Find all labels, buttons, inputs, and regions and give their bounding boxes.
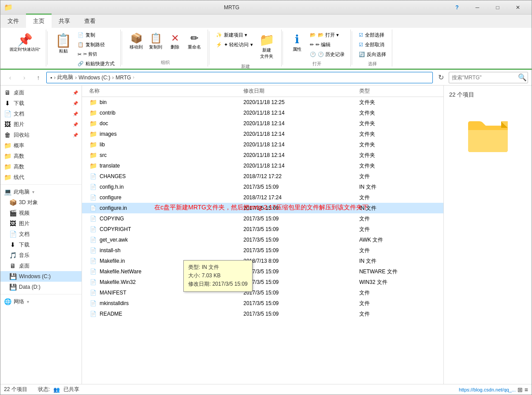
paste-shortcut-button[interactable]: 🔗 粘贴快捷方式 — [75, 59, 117, 68]
sidebar-item-pictures[interactable]: 🖼 图片 📌 — [0, 119, 82, 130]
close-button[interactable]: ✕ — [508, 0, 528, 15]
history-label: 🕐 历史记录 — [318, 51, 345, 58]
easy-access-button[interactable]: ⚡ ✦ 轻松访问 ▾ — [214, 40, 255, 49]
properties-button[interactable]: ℹ 属性 — [287, 30, 307, 55]
breadcrumb-dropdown-icon[interactable]: › — [133, 75, 134, 80]
breadcrumb-c-drive[interactable]: Windows (C:) — [78, 75, 110, 81]
sidebar-item-documents[interactable]: 📄 文档 📌 — [0, 108, 82, 119]
file-row[interactable]: 📄COPYING2017/3/5 15:09文件 — [82, 213, 443, 224]
file-row[interactable]: 📁contrib2020/11/18 12:14文件夹 — [82, 108, 443, 118]
copy-to-icon: 📋 — [150, 33, 162, 44]
col-header-name[interactable]: 名称 — [89, 87, 243, 95]
sidebar-item-gaoshu2[interactable]: 📁 高数 — [0, 161, 82, 172]
pin-indicator-dl: 📌 — [73, 101, 78, 106]
file-date: 2020/11/18 12:14 — [243, 110, 359, 116]
sidebar-item-desk[interactable]: 🖥 桌面 — [0, 261, 82, 271]
search-icon[interactable]: 🔍 — [518, 73, 527, 82]
file-row[interactable]: 📄configure.in2017/3/5 15:09IN 文件 — [82, 203, 443, 213]
maximize-button[interactable]: □ — [487, 0, 508, 15]
file-row[interactable]: 📄MANIFEST2017/3/5 15:09文件 — [82, 287, 443, 298]
invert-selection-button[interactable]: 🔄 反向选择 — [357, 50, 388, 59]
copy-path-button[interactable]: 📋 复制路径 — [75, 40, 117, 49]
cut-button[interactable]: ✂ ✂ 剪切 — [75, 50, 117, 59]
sidebar-item-desktop[interactable]: 🖥 桌面 📌 — [0, 87, 82, 98]
file-row[interactable]: 📄CHANGES2018/7/12 17:22文件 — [82, 171, 443, 182]
tab-home[interactable]: 主页 — [26, 14, 52, 28]
copy-button[interactable]: 📄 复制 — [75, 30, 117, 40]
file-row[interactable]: 📁images2020/11/18 12:14文件夹 — [82, 129, 443, 139]
file-row[interactable]: 📄Makefile.in2018/7/13 8:09IN 文件 — [82, 256, 443, 266]
search-box[interactable]: 🔍 — [449, 72, 528, 83]
file-row-icon: 📄 — [89, 268, 97, 276]
paste-button[interactable]: 📋 粘贴 — [52, 30, 74, 56]
refresh-button[interactable]: ↻ — [435, 71, 447, 84]
title-bar-icons: 📁 — [4, 3, 13, 11]
tab-share[interactable]: 共享 — [52, 15, 77, 28]
sidebar-item-3d[interactable]: 📦 3D 对象 — [0, 197, 82, 208]
select-all-button[interactable]: ☑ 全部选择 — [357, 30, 388, 40]
file-row[interactable]: 📄Makefile.NetWare2017/3/5 15:09NETWARE 文… — [82, 266, 443, 277]
sidebar-item-prob[interactable]: 📁 概率 — [0, 140, 82, 151]
file-row[interactable]: 📄get_ver.awk2017/3/5 15:09AWK 文件 — [82, 235, 443, 245]
sidebar-item-xiandai[interactable]: 📁 线代 — [0, 172, 82, 183]
tab-view[interactable]: 查看 — [77, 15, 103, 28]
tab-file[interactable]: 文件 — [0, 15, 26, 28]
folder-icon-xd: 📁 — [4, 174, 11, 181]
file-row[interactable]: 📄install-sh2017/3/5 15:09文件 — [82, 245, 443, 256]
file-type: 文件夹 — [359, 109, 436, 117]
open-button[interactable]: 📂 📂 打开 ▾ — [308, 30, 347, 40]
dl-icon: ⬇ — [9, 241, 16, 248]
pin-label: 固定到"快速访问" — [10, 47, 40, 52]
file-row[interactable]: 📄configure2018/7/12 17:24文件 — [82, 192, 443, 203]
file-row[interactable]: 📁src2020/11/18 12:14文件夹 — [82, 150, 443, 160]
view-icons[interactable]: ⊞ ≡ — [517, 386, 528, 393]
help-button[interactable]: ? — [447, 0, 467, 15]
sidebar-item-dl[interactable]: ⬇ 下载 — [0, 239, 82, 250]
minimize-button[interactable]: ─ — [467, 0, 487, 15]
rename-button[interactable]: ✏ 重命名 — [185, 30, 204, 52]
sidebar-item-gaoshu1[interactable]: 📁 高数 — [0, 151, 82, 161]
file-row[interactable]: 📄Makefile.Win322017/3/5 15:09WIN32 文件 — [82, 277, 443, 287]
back-button[interactable]: ‹ — [4, 71, 16, 84]
sidebar-item-video[interactable]: 🎬 视频 — [0, 208, 82, 218]
move-to-button[interactable]: 📦 移动到 — [126, 30, 146, 52]
search-input[interactable] — [452, 75, 518, 81]
sidebar-item-c-drive[interactable]: 💾 Windows (C:) — [0, 271, 82, 282]
delete-button[interactable]: ✕ 删除 — [165, 30, 185, 52]
history-button[interactable]: 🕐 🕐 历史记录 — [308, 50, 347, 59]
new-folder-button[interactable]: 📁 新建 文件夹 — [256, 30, 278, 62]
col-header-date[interactable]: 修改日期 — [243, 87, 359, 95]
pin-button[interactable]: 📌 固定到"快速访问" — [7, 30, 42, 54]
sidebar-item-downloads[interactable]: ⬇ 下载 📌 — [0, 98, 82, 108]
breadcrumb[interactable]: ▪ › 此电脑 › Windows (C:) › MRTG › — [46, 72, 433, 83]
sidebar-item-d-drive[interactable]: 💾 Data (D:) — [0, 282, 82, 292]
breadcrumb-this-pc[interactable]: 此电脑 — [57, 74, 73, 81]
file-row[interactable]: 📄README2017/3/5 15:09文件 — [82, 309, 443, 319]
file-row[interactable]: 📄mkinstalldirs2017/3/5 15:09文件 — [82, 298, 443, 309]
address-bar: ‹ › ↑ ▪ › 此电脑 › Windows (C:) › MRTG › ↻ … — [0, 70, 532, 86]
file-row[interactable]: 📁lib2020/11/18 12:14文件夹 — [82, 139, 443, 150]
folder-row-icon: 📁 — [89, 98, 97, 106]
deselect-all-button[interactable]: ☑ 全部取消 — [357, 40, 388, 49]
edit-button[interactable]: ✏ ✏ 编辑 — [308, 40, 347, 49]
file-row[interactable]: 📁translate2020/11/18 12:14文件夹 — [82, 160, 443, 171]
forward-button[interactable]: › — [18, 71, 30, 84]
file-row[interactable]: 📄COPYRIGHT2017/3/5 15:09文件 — [82, 224, 443, 235]
new-item-button[interactable]: ✨ 新建项目 ▾ — [214, 30, 255, 40]
file-name: contrib — [100, 110, 243, 116]
main-window: 📁 MRTG ? ─ □ ✕ 文件 主页 共享 查看 📌 固定到"快速访 — [0, 0, 532, 395]
file-row[interactable]: 📁bin2020/11/18 12:25文件夹 — [82, 97, 443, 108]
col-header-type[interactable]: 类型 — [359, 87, 436, 95]
breadcrumb-current[interactable]: MRTG — [115, 75, 131, 81]
sidebar-item-network[interactable]: 🌐 网络 ▾ — [0, 296, 82, 307]
file-row[interactable]: 📄config.h.in2017/3/5 15:09IN 文件 — [82, 182, 443, 192]
sidebar-item-this-pc[interactable]: 💻 此电脑 ▾ — [0, 186, 82, 197]
breadcrumb-pc[interactable]: ▪ — [50, 75, 52, 81]
sidebar-item-docs[interactable]: 📄 文档 — [0, 229, 82, 239]
sidebar-item-images[interactable]: 🖼 图片 — [0, 218, 82, 229]
sidebar-item-recycle[interactable]: 🗑 回收站 📌 — [0, 130, 82, 140]
copy-to-button[interactable]: 📋 复制到 — [146, 30, 165, 52]
sidebar-item-music[interactable]: 🎵 音乐 — [0, 250, 82, 261]
up-button[interactable]: ↑ — [32, 71, 45, 84]
file-row[interactable]: 📁doc2020/11/18 12:14文件夹 — [82, 118, 443, 129]
